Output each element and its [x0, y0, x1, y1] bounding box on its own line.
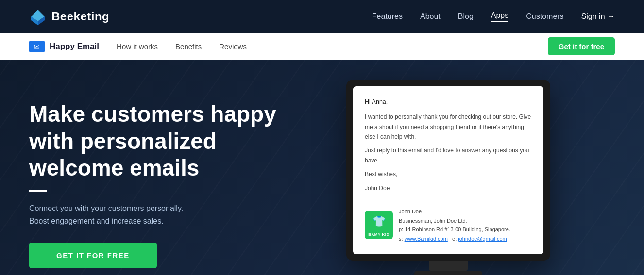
email-body2: Just reply to this email and I'd love to…	[365, 146, 532, 165]
hero-subtitle: Connect you with your customers personal…	[29, 202, 282, 227]
subnav-benefits[interactable]: Benefits	[175, 42, 202, 50]
sub-brand[interactable]: Happy Email	[29, 41, 99, 52]
hero-subtitle-line1: Connect you with your customers personal…	[29, 204, 183, 212]
hero-cta-button[interactable]: GET IT FOR FREE	[29, 243, 157, 268]
sig-logo-icon: 👕	[373, 212, 386, 230]
sub-nav-left: Happy Email How it works Benefits Review…	[29, 41, 247, 52]
hero-subtitle-line2: Boost engagement and increase sales.	[29, 217, 164, 225]
email-greeting: Hi Anna,	[365, 97, 532, 107]
nav-customers[interactable]: Customers	[526, 12, 563, 21]
sig-title: Businessman, John Doe Ltd.	[399, 216, 510, 226]
email-body4: John Doe	[365, 183, 532, 193]
sig-logo-text: BAMY KID	[368, 231, 389, 238]
logo-area[interactable]: Beeketing	[29, 8, 109, 25]
hero-section: Make customers happy with personalized w…	[0, 60, 644, 275]
monitor-body: Hi Anna, I wanted to personally thank yo…	[346, 80, 550, 261]
subnav-get-free-button[interactable]: Get it for free	[548, 37, 615, 55]
hero-content-right: Hi Anna, I wanted to personally thank yo…	[282, 80, 615, 275]
sig-logo: 👕 BAMY KID	[365, 211, 393, 239]
sub-navigation: Happy Email How it works Benefits Review…	[0, 33, 644, 60]
top-navigation: Beeketing Features About Blog Apps Custo…	[0, 0, 644, 33]
sig-web-email: s: www.Bamikid.com e: johndoe@gmail.com	[399, 234, 510, 243]
happy-email-icon	[29, 41, 45, 52]
email-body1: I wanted to personally thank you for che…	[365, 112, 532, 142]
nav-blog[interactable]: Blog	[458, 12, 474, 21]
sig-website: s: www.Bamikid.com	[399, 236, 448, 242]
sig-phone: p: 14 Robinson Rd #13-00 Building, Singa…	[399, 225, 510, 234]
sub-brand-name: Happy Email	[50, 42, 99, 51]
subnav-reviews[interactable]: Reviews	[219, 42, 247, 50]
sig-details: John Doe Businessman, John Doe Ltd. p: 1…	[399, 207, 510, 243]
beeketing-logo-icon	[29, 8, 47, 25]
hero-divider	[29, 190, 47, 192]
nav-apps[interactable]: Apps	[491, 11, 508, 22]
monitor-mockup: Hi Anna, I wanted to personally thank yo…	[346, 80, 550, 275]
email-body3: Best wishes,	[365, 169, 532, 179]
monitor-stand	[429, 261, 468, 271]
sig-email-label: e: johndoe@gmail.com	[452, 236, 507, 242]
nav-links: Features About Blog Apps Customers Sign …	[372, 11, 615, 22]
hero-content-left: Make customers happy with personalized w…	[29, 101, 282, 268]
nav-features[interactable]: Features	[372, 12, 403, 21]
nav-signin[interactable]: Sign in →	[581, 12, 615, 21]
monitor-base	[414, 271, 482, 275]
monitor-screen: Hi Anna, I wanted to personally thank yo…	[353, 86, 543, 254]
email-signature: 👕 BAMY KID John Doe Businessman, John Do…	[365, 201, 532, 243]
logo-text: Beeketing	[51, 10, 109, 23]
subnav-how-it-works[interactable]: How it works	[117, 42, 158, 50]
nav-about[interactable]: About	[420, 12, 441, 21]
hero-title: Make customers happy with personalized w…	[29, 101, 282, 181]
sig-name: John Doe	[399, 207, 510, 216]
